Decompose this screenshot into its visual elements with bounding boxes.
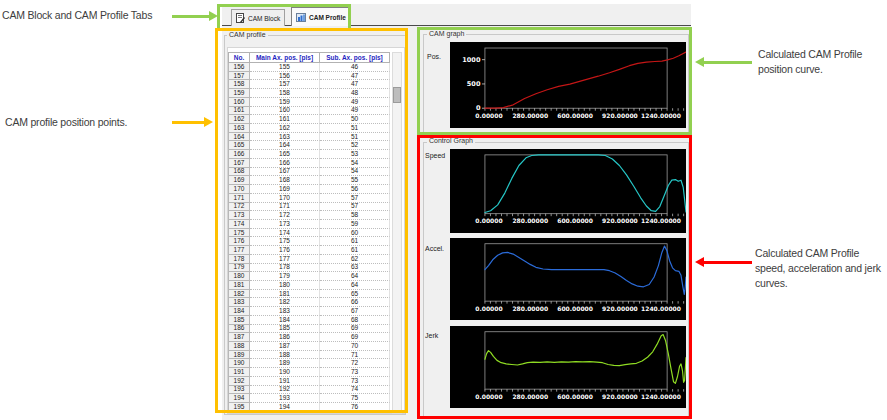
cell-sub-ax[interactable]: 47 [320, 72, 390, 81]
cell-main-ax[interactable]: 159 [250, 98, 320, 107]
cell-no[interactable]: 168 [228, 168, 250, 177]
cell-sub-ax[interactable]: 59 [320, 220, 390, 229]
cell-sub-ax[interactable]: 62 [320, 255, 390, 264]
table-row[interactable]: 18518468 [228, 316, 390, 325]
table-row[interactable]: 17417359 [228, 220, 390, 229]
cell-main-ax[interactable]: 173 [250, 220, 320, 229]
cell-main-ax[interactable]: 176 [250, 246, 320, 255]
table-row[interactable]: 17917863 [228, 264, 390, 273]
table-row[interactable]: 17317258 [228, 211, 390, 220]
cell-no[interactable]: 175 [228, 229, 250, 238]
table-row[interactable]: 19519476 [228, 403, 390, 412]
cell-sub-ax[interactable]: 64 [320, 281, 390, 290]
table-row[interactable]: 19219173 [228, 377, 390, 386]
table-row[interactable]: 15615546 [228, 63, 390, 72]
table-row[interactable]: 18818770 [228, 342, 390, 351]
tab-cam-block[interactable]: CAM Block [231, 9, 285, 26]
table-row[interactable]: 16616553 [228, 150, 390, 159]
table-row[interactable]: 16916855 [228, 176, 390, 185]
cell-no[interactable]: 170 [228, 185, 250, 194]
cell-sub-ax[interactable]: 75 [320, 394, 390, 403]
cell-no[interactable]: 173 [228, 211, 250, 220]
table-row[interactable]: 16116049 [228, 107, 390, 116]
cell-no[interactable]: 171 [228, 194, 250, 203]
cell-sub-ax[interactable]: 72 [320, 359, 390, 368]
cell-main-ax[interactable]: 179 [250, 272, 320, 281]
cell-no[interactable]: 174 [228, 220, 250, 229]
cell-sub-ax[interactable]: 55 [320, 176, 390, 185]
cell-no[interactable]: 160 [228, 98, 250, 107]
cell-sub-ax[interactable]: 70 [320, 342, 390, 351]
cell-no[interactable]: 194 [228, 394, 250, 403]
table-row[interactable]: 18118064 [228, 281, 390, 290]
table-row[interactable]: 16316251 [228, 124, 390, 133]
cell-main-ax[interactable]: 164 [250, 141, 320, 150]
cell-no[interactable]: 189 [228, 351, 250, 360]
cell-no[interactable]: 182 [228, 290, 250, 299]
table-row[interactable]: 19419375 [228, 394, 390, 403]
table-row[interactable]: 18718669 [228, 333, 390, 342]
cell-sub-ax[interactable]: 47 [320, 80, 390, 89]
cell-main-ax[interactable]: 157 [250, 80, 320, 89]
cell-main-ax[interactable]: 174 [250, 229, 320, 238]
cell-main-ax[interactable]: 166 [250, 159, 320, 168]
cell-no[interactable]: 157 [228, 72, 250, 81]
cell-no[interactable]: 191 [228, 368, 250, 377]
cell-no[interactable]: 195 [228, 403, 250, 412]
cell-no[interactable]: 192 [228, 377, 250, 386]
cell-main-ax[interactable]: 160 [250, 107, 320, 116]
tab-cam-profile[interactable]: CAM Profile [291, 7, 351, 26]
cell-main-ax[interactable]: 156 [250, 72, 320, 81]
cell-sub-ax[interactable]: 48 [320, 89, 390, 98]
table-row[interactable]: 15915848 [228, 89, 390, 98]
cell-sub-ax[interactable]: 53 [320, 150, 390, 159]
cell-no[interactable]: 176 [228, 237, 250, 246]
cell-main-ax[interactable]: 165 [250, 150, 320, 159]
table-row[interactable]: 17817762 [228, 255, 390, 264]
cell-sub-ax[interactable]: 61 [320, 237, 390, 246]
table-row[interactable]: 15815747 [228, 80, 390, 89]
cell-main-ax[interactable]: 170 [250, 194, 320, 203]
table-row[interactable]: 16216150 [228, 115, 390, 124]
cell-no[interactable]: 187 [228, 333, 250, 342]
table-row[interactable]: 18318266 [228, 298, 390, 307]
cell-no[interactable]: 172 [228, 203, 250, 212]
table-scrollbar[interactable] [392, 52, 402, 414]
cell-no[interactable]: 177 [228, 246, 250, 255]
table-row[interactable]: 18218165 [228, 290, 390, 299]
cell-sub-ax[interactable]: 68 [320, 316, 390, 325]
cell-no[interactable]: 169 [228, 176, 250, 185]
table-row[interactable]: 16416351 [228, 133, 390, 142]
table-row[interactable]: 17517460 [228, 229, 390, 238]
table-row[interactable]: 19119073 [228, 368, 390, 377]
cell-sub-ax[interactable]: 63 [320, 264, 390, 273]
cell-sub-ax[interactable]: 51 [320, 133, 390, 142]
cell-main-ax[interactable]: 158 [250, 89, 320, 98]
table-row[interactable]: 16716654 [228, 159, 390, 168]
cell-main-ax[interactable]: 187 [250, 342, 320, 351]
table-row[interactable]: 17617561 [228, 237, 390, 246]
cell-sub-ax[interactable]: 60 [320, 229, 390, 238]
cell-no[interactable]: 156 [228, 63, 250, 72]
cell-sub-ax[interactable]: 74 [320, 386, 390, 395]
cell-sub-ax[interactable]: 64 [320, 272, 390, 281]
cell-main-ax[interactable]: 167 [250, 168, 320, 177]
column-header-sub-ax[interactable]: Sub. Ax. pos. [pls] [320, 52, 390, 63]
cell-main-ax[interactable]: 177 [250, 255, 320, 264]
table-row[interactable]: 18418367 [228, 307, 390, 316]
cell-sub-ax[interactable]: 56 [320, 185, 390, 194]
cell-main-ax[interactable]: 193 [250, 394, 320, 403]
cell-no[interactable]: 159 [228, 89, 250, 98]
cell-no[interactable]: 167 [228, 159, 250, 168]
cell-main-ax[interactable]: 185 [250, 325, 320, 334]
table-row[interactable]: 17717661 [228, 246, 390, 255]
cell-sub-ax[interactable]: 54 [320, 168, 390, 177]
cell-sub-ax[interactable]: 54 [320, 159, 390, 168]
cell-main-ax[interactable]: 188 [250, 351, 320, 360]
cell-no[interactable]: 193 [228, 386, 250, 395]
table-row[interactable]: 16816754 [228, 168, 390, 177]
cell-main-ax[interactable]: 189 [250, 359, 320, 368]
cell-main-ax[interactable]: 163 [250, 133, 320, 142]
cell-sub-ax[interactable]: 49 [320, 107, 390, 116]
cell-main-ax[interactable]: 182 [250, 298, 320, 307]
